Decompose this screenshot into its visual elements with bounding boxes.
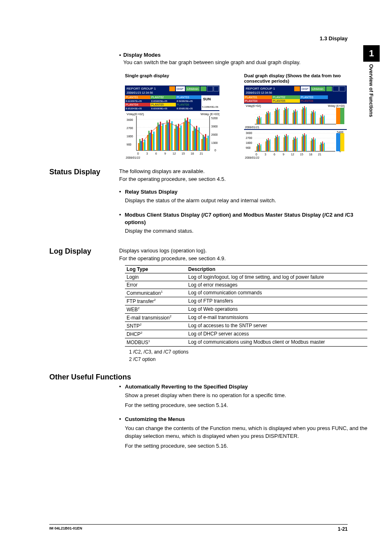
svg-rect-150 <box>260 118 261 124</box>
log-table: Log Type Description LoginLog of login/l… <box>125 265 367 347</box>
svg-rect-93 <box>188 122 189 150</box>
svg-text:2700: 2700 <box>246 136 252 139</box>
svg-rect-170 <box>293 113 293 124</box>
svg-rect-228 <box>278 137 279 151</box>
svg-rect-148 <box>258 118 259 124</box>
svg-rect-189 <box>321 115 321 124</box>
log-col-desc: Description <box>187 266 367 273</box>
svg-text:12: 12 <box>173 152 176 155</box>
svg-text:900: 900 <box>246 146 251 149</box>
svg-rect-229 <box>279 136 279 151</box>
svg-rect-218 <box>265 141 266 151</box>
svg-text:1800: 1800 <box>127 135 133 138</box>
svg-rect-89 <box>183 123 184 150</box>
svg-rect-222 <box>269 141 270 151</box>
auto-revert-text-2: For the setting procedure, see section 5… <box>125 401 367 409</box>
svg-rect-176 <box>302 109 302 124</box>
bullet-icon: • <box>119 416 125 422</box>
svg-rect-86 <box>178 124 179 150</box>
svg-rect-251 <box>313 137 314 151</box>
log-intro-2: For the operating procedure, see section… <box>119 255 367 263</box>
svg-rect-79 <box>168 123 169 150</box>
svg-rect-166 <box>285 109 286 124</box>
svg-text:3600: 3600 <box>127 118 133 121</box>
svg-text:PLANT03: PLANT03 <box>301 96 313 99</box>
svg-rect-97 <box>195 129 196 150</box>
svg-rect-126 <box>339 86 345 91</box>
svg-rect-249 <box>311 138 312 151</box>
svg-rect-4 <box>169 86 175 91</box>
svg-rect-102 <box>203 135 204 150</box>
svg-text:8.556815E+05: 8.556815E+05 <box>177 107 193 110</box>
svg-rect-259 <box>324 143 325 151</box>
status-intro-1: The following displays are available. <box>119 168 367 176</box>
svg-rect-239 <box>295 136 296 151</box>
svg-rect-252 <box>314 140 315 151</box>
svg-rect-195 <box>340 108 344 124</box>
svg-text:SUN: SUN <box>203 97 211 101</box>
page-header-section: 1.3 Display <box>320 35 348 42</box>
svg-rect-242 <box>302 136 302 151</box>
svg-rect-157 <box>270 112 270 124</box>
svg-rect-212 <box>256 146 257 151</box>
svg-rect-154 <box>267 113 268 124</box>
svg-text:2600: 2600 <box>211 133 218 136</box>
svg-rect-177 <box>302 107 303 124</box>
svg-rect-237 <box>293 137 294 151</box>
svg-text:8.622097E+05: 8.622097E+05 <box>126 100 142 102</box>
svg-rect-240 <box>296 139 297 151</box>
table-row: LoginLog of login/logout, log of time se… <box>125 273 367 281</box>
svg-text:Wday (E+03): Wday (E+03) <box>201 112 219 116</box>
svg-rect-230 <box>284 137 284 151</box>
svg-rect-92 <box>187 118 188 150</box>
svg-text:DISP: DISP <box>302 88 309 90</box>
svg-text:8.565825E+05: 8.565825E+05 <box>177 100 193 102</box>
svg-text:2008/01/23 12:34:56: 2008/01/23 12:34:56 <box>246 91 272 94</box>
log-desc-cell: Log of communications using Modbus clien… <box>187 338 367 347</box>
display-modes-title: Display Modes <box>123 52 161 58</box>
svg-rect-74 <box>160 122 161 150</box>
log-desc-cell: Log of FTP transfers <box>187 297 367 305</box>
log-desc-cell: Log of Web operations <box>187 305 367 314</box>
svg-text:REPORT GROUP 1: REPORT GROUP 1 <box>246 87 275 90</box>
svg-rect-171 <box>293 110 294 124</box>
svg-rect-194 <box>336 108 340 124</box>
svg-rect-91 <box>186 120 187 150</box>
svg-text:PLANT06: PLANT06 <box>177 103 189 106</box>
svg-text:2008/01/23 12:34:56: 2008/01/23 12:34:56 <box>127 91 153 94</box>
svg-rect-69 <box>152 134 153 150</box>
customize-menus-title: Customizing the Menus <box>125 416 185 423</box>
log-type-cell: WEB2 <box>125 305 187 314</box>
table-row: SNTP2Log of accesses to the SNTP server <box>125 322 367 330</box>
svg-rect-80 <box>169 120 170 150</box>
svg-rect-245 <box>304 133 305 151</box>
svg-rect-173 <box>295 109 296 124</box>
svg-rect-241 <box>297 138 297 151</box>
svg-text:5.198640E+06: 5.198640E+06 <box>202 106 219 108</box>
svg-text:18: 18 <box>309 153 312 156</box>
log-desc-cell: Log of communication commands <box>187 289 367 297</box>
svg-rect-77 <box>165 125 166 150</box>
table-row: ErrorLog of error messages <box>125 281 367 289</box>
svg-rect-220 <box>267 140 268 151</box>
svg-rect-60 <box>139 139 141 150</box>
bullet-icon: • <box>119 188 125 194</box>
svg-rect-213 <box>257 144 258 151</box>
log-display-heading: Log Display <box>49 247 119 256</box>
svg-rect-178 <box>303 108 304 124</box>
svg-rect-261 <box>340 133 344 151</box>
svg-rect-72 <box>157 123 159 150</box>
svg-text:REPORT GROUP 1: REPORT GROUP 1 <box>127 87 156 90</box>
svg-text:PLANT02: PLANT02 <box>151 96 164 99</box>
svg-rect-96 <box>194 127 195 150</box>
svg-rect-258 <box>323 144 324 151</box>
svg-text:3: 3 <box>146 152 148 155</box>
svg-rect-185 <box>313 110 314 124</box>
svg-text:Vday(E+02): Vday(E+02) <box>127 112 144 116</box>
svg-rect-256 <box>321 143 322 151</box>
svg-rect-192 <box>323 117 324 124</box>
svg-rect-149 <box>259 116 260 124</box>
svg-rect-233 <box>286 134 287 151</box>
svg-rect-219 <box>266 139 267 151</box>
svg-text:0: 0 <box>214 149 216 152</box>
